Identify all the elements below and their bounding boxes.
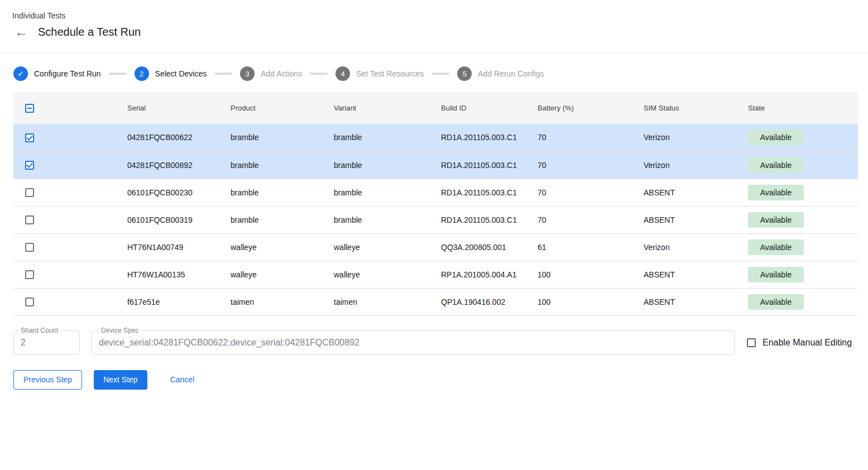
- cell-sim-status: ABSENT: [644, 261, 748, 288]
- column-header-state: State: [748, 92, 858, 124]
- cell-serial: 04281FQCB00892: [127, 151, 231, 179]
- status-badge: Available: [748, 212, 804, 228]
- shard-count-value: 2: [14, 331, 79, 354]
- cell-product: walleye: [231, 233, 334, 261]
- row-checkbox[interactable]: [25, 243, 34, 252]
- status-badge: Available: [748, 239, 804, 255]
- form-row: Shard Count 2 Device Spec device_serial:…: [13, 330, 858, 355]
- step-4-label: Set Test Resources: [356, 69, 424, 78]
- table-row[interactable]: f617e51e taimen taimen QP1A.190416.002 1…: [13, 288, 858, 315]
- column-header-product: Product: [231, 92, 334, 124]
- table-row[interactable]: 04281FQCB00622 bramble bramble RD1A.2011…: [13, 124, 858, 151]
- select-all-checkbox[interactable]: [25, 104, 34, 113]
- cell-build-id: RD1A.201105.003.C1: [441, 206, 538, 233]
- step-5-circle: 5: [457, 66, 472, 81]
- shard-count-label: Shard Count: [18, 327, 60, 334]
- cell-variant: taimen: [334, 288, 441, 315]
- stepper-connector: [109, 73, 127, 75]
- cell-product: bramble: [231, 151, 334, 179]
- device-spec-label: Device Spec: [99, 327, 141, 334]
- step-3-circle: 3: [240, 66, 255, 81]
- actions-row: Previous Step Next Step Cancel: [13, 370, 868, 390]
- cell-variant: walleye: [334, 233, 441, 261]
- row-checkbox[interactable]: [25, 298, 34, 306]
- table-row[interactable]: 06101FQCB00319 bramble bramble RD1A.2011…: [13, 206, 858, 233]
- cell-build-id: RD1A.201105.003.C1: [441, 179, 538, 206]
- step-5-label: Add Rerun Configs: [478, 69, 544, 78]
- stepper-connector: [310, 73, 328, 75]
- check-icon: ✓: [17, 70, 24, 78]
- cell-product: taimen: [231, 288, 334, 315]
- step-set-test-resources[interactable]: 4 Set Test Resources: [335, 66, 424, 81]
- cell-sim-status: Verizon: [644, 233, 748, 261]
- cell-serial: HT76N1A00749: [127, 233, 231, 261]
- device-spec-field[interactable]: Device Spec device_serial:04281FQCB00622…: [92, 330, 735, 355]
- previous-step-button[interactable]: Previous Step: [13, 370, 82, 390]
- step-select-devices[interactable]: 2 Select Devices: [135, 66, 207, 81]
- step-1-label: Configure Test Run: [34, 69, 101, 78]
- stepper-connector: [214, 73, 232, 75]
- cell-variant: bramble: [334, 124, 441, 151]
- step-add-actions[interactable]: 3 Add Actions: [240, 66, 302, 81]
- row-checkbox[interactable]: [25, 270, 34, 279]
- step-configure-test-run[interactable]: ✓ Configure Test Run: [13, 66, 101, 81]
- status-badge: Available: [748, 267, 804, 282]
- status-badge: Available: [748, 130, 804, 145]
- cell-build-id: RD1A.201105.003.C1: [441, 151, 538, 179]
- enable-manual-editing[interactable]: Enable Manual Editing: [747, 338, 852, 348]
- step-4-circle: 4: [335, 66, 350, 81]
- breadcrumb: Individual Tests: [12, 11, 868, 20]
- cell-battery: 70: [538, 206, 644, 233]
- cell-product: bramble: [231, 124, 334, 151]
- status-badge: Available: [748, 185, 804, 200]
- cell-battery: 70: [538, 151, 644, 179]
- cancel-button[interactable]: Cancel: [167, 370, 198, 390]
- page-title: Schedule a Test Run: [38, 26, 141, 39]
- shard-count-field[interactable]: Shard Count 2: [13, 330, 80, 355]
- device-spec-value: device_serial:04281FQCB00622;device_seri…: [92, 331, 734, 354]
- page-header: Individual Tests ← Schedule a Test Run: [0, 0, 868, 53]
- manual-editing-checkbox[interactable]: [747, 338, 756, 347]
- column-header-serial: Serial: [127, 92, 231, 124]
- status-badge: Available: [748, 157, 804, 173]
- cell-variant: bramble: [334, 151, 441, 179]
- cell-battery: 100: [538, 288, 644, 315]
- stepper-connector: [431, 73, 449, 75]
- row-checkbox[interactable]: [25, 161, 34, 170]
- row-checkbox[interactable]: [25, 188, 34, 197]
- step-1-circle: ✓: [13, 66, 28, 81]
- step-3-label: Add Actions: [261, 69, 302, 78]
- column-header-build-id: Build ID: [441, 92, 538, 124]
- cell-sim-status: ABSENT: [644, 206, 748, 233]
- next-step-button[interactable]: Next Step: [94, 370, 147, 390]
- table-header-row: Serial Product Variant Build ID Battery …: [13, 92, 858, 124]
- row-checkbox[interactable]: [25, 133, 34, 142]
- cell-serial: 04281FQCB00622: [127, 124, 231, 151]
- step-2-circle: 2: [135, 66, 149, 81]
- cell-battery: 70: [538, 124, 644, 151]
- step-add-rerun-configs[interactable]: 5 Add Rerun Configs: [457, 66, 544, 81]
- cell-serial: 06101FQCB00230: [127, 179, 231, 206]
- status-badge: Available: [748, 294, 804, 310]
- table-row[interactable]: HT76W1A00135 walleye walleye RP1A.201005…: [13, 261, 858, 288]
- cell-build-id: QQ3A.200805.001: [441, 233, 538, 261]
- table-row[interactable]: 06101FQCB00230 bramble bramble RD1A.2011…: [13, 179, 858, 206]
- cell-sim-status: ABSENT: [644, 288, 748, 315]
- device-table: Serial Product Variant Build ID Battery …: [13, 92, 858, 316]
- manual-editing-label: Enable Manual Editing: [763, 338, 852, 348]
- cell-sim-status: ABSENT: [644, 179, 748, 206]
- cell-battery: 100: [538, 261, 644, 288]
- cell-variant: bramble: [334, 206, 441, 233]
- cell-sim-status: Verizon: [644, 151, 748, 179]
- cell-variant: walleye: [334, 261, 441, 288]
- table-row[interactable]: 04281FQCB00892 bramble bramble RD1A.2011…: [13, 151, 858, 179]
- cell-product: walleye: [231, 261, 334, 288]
- table-row[interactable]: HT76N1A00749 walleye walleye QQ3A.200805…: [13, 233, 858, 261]
- row-checkbox[interactable]: [25, 215, 34, 224]
- back-arrow-icon[interactable]: ←: [15, 25, 29, 39]
- cell-build-id: QP1A.190416.002: [441, 288, 538, 315]
- cell-sim-status: Verizon: [644, 124, 748, 151]
- column-header-battery: Battery (%): [538, 92, 644, 124]
- cell-battery: 61: [538, 233, 644, 261]
- cell-serial: HT76W1A00135: [127, 261, 231, 288]
